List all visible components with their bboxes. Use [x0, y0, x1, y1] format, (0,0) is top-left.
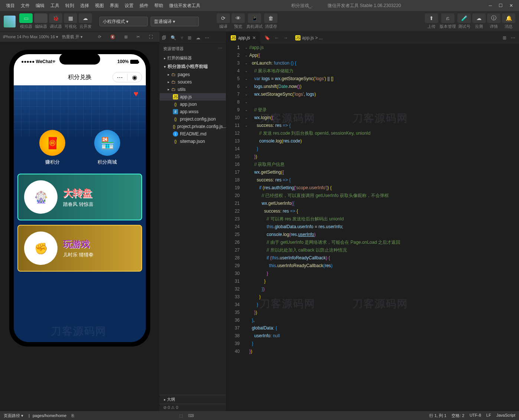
- menu-微信开发者工具[interactable]: 微信开发者工具: [166, 3, 203, 9]
- menu-插件[interactable]: 插件: [137, 3, 151, 9]
- right-版本管理[interactable]: ⎌: [441, 13, 454, 23]
- error-count[interactable]: ⊘ 0 ⚠ 0: [163, 405, 178, 410]
- tool-模拟器[interactable]: ▭: [19, 13, 33, 23]
- file-app.wxss[interactable]: # app.wxss: [160, 108, 226, 115]
- game-icon: ✊: [24, 232, 58, 265]
- explorer-more-icon[interactable]: ⋯: [218, 46, 222, 52]
- file-sitemap.json[interactable]: {} sitemap.json: [160, 138, 226, 145]
- menu-转到[interactable]: 转到: [62, 3, 77, 9]
- file-project.config.json[interactable]: {} project.config.json: [160, 115, 226, 123]
- action-预览[interactable]: 👁: [231, 13, 245, 23]
- tool-云开发[interactable]: ☁: [79, 13, 92, 23]
- more-icon[interactable]: ⋯: [205, 35, 209, 40]
- cut-icon[interactable]: ✂: [137, 35, 140, 39]
- status-空格: 2[interactable]: 空格: 2: [451, 413, 464, 419]
- split-icon[interactable]: ⊞: [503, 35, 506, 40]
- carrier-label: ●●●●● WeChat: [21, 59, 52, 64]
- menu-界面[interactable]: 界面: [107, 3, 122, 9]
- grid-icon[interactable]: ⊞: [124, 35, 128, 39]
- more-editor-icon[interactable]: ⋯: [511, 35, 515, 40]
- next-icon[interactable]: →: [283, 35, 288, 40]
- status-JavaScript[interactable]: JavaScript: [496, 413, 515, 419]
- tool-label: 可视化: [65, 24, 77, 29]
- code-area[interactable]: 1234567891011121314151617181920212223242…: [226, 44, 519, 411]
- target-icon[interactable]: ◉: [128, 74, 142, 81]
- devtools-icon[interactable]: ⬚: [179, 413, 183, 418]
- game-card[interactable]: ✊ 玩游戏 儿时乐 猜猜拳: [17, 225, 142, 272]
- tool-可视化[interactable]: ▦: [64, 13, 77, 23]
- copy-icon[interactable]: ⎘: [72, 413, 74, 418]
- wifi-icon: ᯤ: [52, 59, 57, 64]
- file-project.private.config.js...[interactable]: {} project.private.config.js...: [160, 123, 226, 130]
- right-测试号[interactable]: 🧪: [457, 13, 471, 23]
- right-详情[interactable]: ⓘ: [487, 13, 500, 23]
- close-tab-icon[interactable]: ✕: [252, 35, 256, 40]
- prev-icon[interactable]: ←: [275, 35, 279, 40]
- search-icon[interactable]: 🔍: [171, 35, 176, 40]
- bookmark-icon[interactable]: 🔖: [265, 35, 270, 40]
- tool-group-right: ⬆上传⎌版本管理🧪测试号☁云测ⓘ详情🔔消息: [425, 13, 515, 29]
- points-mall-item[interactable]: 🏪 积分商城: [94, 130, 120, 165]
- sound-icon[interactable]: 🔇: [110, 35, 115, 39]
- root-folder[interactable]: ▾积分游戏小程序前端: [160, 62, 226, 71]
- mode-select[interactable]: 小程序模式 ▾: [99, 17, 148, 26]
- earn-points-item[interactable]: 🧧 赚积分: [39, 130, 65, 165]
- status-行 1, 列 1[interactable]: 行 1, 列 1: [429, 413, 446, 419]
- breadcrumb[interactable]: app.js > ...: [302, 35, 323, 40]
- tool-调试器[interactable]: 🐞: [49, 13, 62, 23]
- file-app.json[interactable]: {} app.json: [160, 101, 226, 108]
- action-编译[interactable]: ⟳: [217, 13, 230, 23]
- wheel-card[interactable]: 🎡 大转盘 踏春风 转惊喜: [17, 174, 142, 220]
- menu-bar: 项目文件编辑工具转到选择视图界面设置插件帮助微信开发者工具: [3, 3, 203, 9]
- files-icon[interactable]: 🗐: [162, 35, 166, 40]
- menu-编辑[interactable]: 编辑: [33, 3, 47, 9]
- folder-souces[interactable]: ▸ 🗀 souces: [160, 78, 226, 86]
- editor-tab-appjs[interactable]: JS app.js ✕: [226, 32, 261, 44]
- maximize-icon[interactable]: ☐: [499, 3, 503, 8]
- menu-帮助[interactable]: 帮助: [151, 3, 166, 9]
- fold-column[interactable]: ⌄⌄⌄⌄⌄⌄⌄⌄⌄⌄⌄: [245, 44, 249, 411]
- menu-选择[interactable]: 选择: [77, 3, 92, 9]
- device-label[interactable]: iPhone 14 Pro Max 100% 16 ▾: [3, 35, 58, 39]
- code-content[interactable]: //app.jsApp({ onLaunch: function () { //…: [249, 44, 519, 411]
- action-真机调试[interactable]: 📱: [248, 13, 261, 23]
- status-UTF-8[interactable]: UTF-8: [470, 413, 481, 419]
- folder-pages[interactable]: ▸ 🗀 pages: [160, 71, 226, 78]
- avatar[interactable]: [4, 16, 16, 27]
- menu-视图[interactable]: 视图: [92, 3, 107, 9]
- minimize-icon[interactable]: ─: [489, 3, 492, 8]
- outline-section[interactable]: ▸ 大纲: [160, 395, 226, 404]
- status-LF[interactable]: LF: [486, 413, 491, 419]
- file-README.md[interactable]: i README.md: [160, 130, 226, 138]
- icon-row: 🧧 赚积分 🏪 积分商城: [14, 126, 146, 169]
- refresh-icon[interactable]: ⟳: [98, 35, 101, 39]
- page-path[interactable]: pages/home/home: [33, 413, 66, 418]
- terminal-icon[interactable]: ⌨: [188, 413, 194, 418]
- right-消息[interactable]: 🔔: [502, 13, 515, 23]
- heart-icon[interactable]: ♥: [134, 89, 138, 99]
- action-清缓存[interactable]: 🗑: [264, 13, 277, 23]
- reload-label[interactable]: 热重载 开 ▾: [62, 34, 83, 40]
- close-icon[interactable]: ✕: [509, 3, 513, 8]
- folder-utils[interactable]: ▸ 🗀 utils: [160, 86, 226, 93]
- expand-icon[interactable]: ⛶: [149, 35, 153, 39]
- right-云测[interactable]: ☁: [472, 13, 486, 23]
- menu-dots-icon[interactable]: ⋯: [113, 74, 127, 81]
- menu-工具[interactable]: 工具: [47, 3, 62, 9]
- menu-文件[interactable]: 文件: [18, 3, 33, 9]
- right-上传[interactable]: ⬆: [425, 13, 438, 23]
- wheel-title: 大转盘: [63, 187, 93, 200]
- nav-bar: 积分兑换 ⋯ ◉: [14, 69, 146, 85]
- nav-capsule[interactable]: ⋯ ◉: [112, 72, 142, 82]
- git-icon[interactable]: ⑂: [181, 35, 183, 40]
- divider: |: [29, 413, 30, 418]
- file-app.js[interactable]: JS app.js: [160, 93, 226, 101]
- open-editors-section[interactable]: ▸打开的编辑器: [160, 54, 226, 62]
- ext-icon[interactable]: ⊞: [188, 35, 191, 40]
- menu-设置[interactable]: 设置: [122, 3, 137, 9]
- menu-项目[interactable]: 项目: [3, 3, 18, 9]
- page-path-label[interactable]: 页面路径 ▾: [4, 413, 23, 419]
- compile-select[interactable]: 普通编译 ▾: [151, 17, 199, 26]
- tool-编辑器[interactable]: [34, 13, 47, 23]
- cloud-icon[interactable]: ☁: [196, 35, 200, 40]
